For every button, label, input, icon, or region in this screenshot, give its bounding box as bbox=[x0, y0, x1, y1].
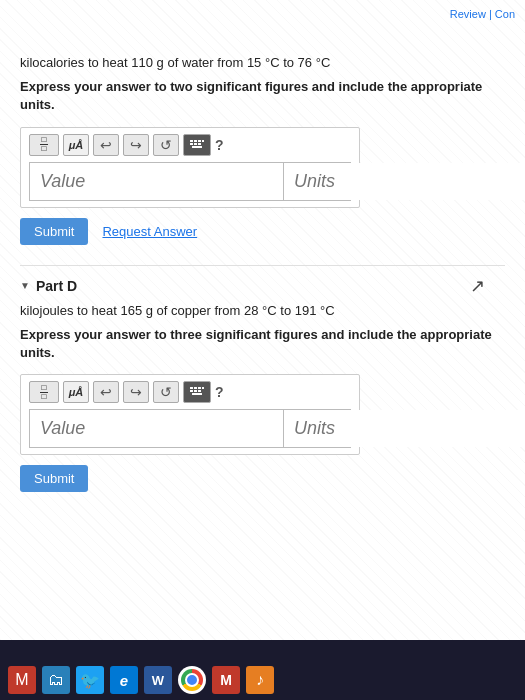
svg-rect-2 bbox=[194, 140, 197, 142]
fraction-button[interactable]: □ □ bbox=[29, 134, 59, 156]
taskbar: M 🗂 🐦 e W M ♪ bbox=[0, 660, 525, 700]
part-d-value-input[interactable] bbox=[30, 410, 283, 447]
taskbar-music-icon[interactable]: ♪ bbox=[246, 666, 274, 694]
taskbar-chrome-icon[interactable] bbox=[178, 666, 206, 694]
part-c-input-row bbox=[29, 162, 351, 201]
svg-rect-5 bbox=[190, 143, 193, 145]
folder-symbol: 🗂 bbox=[48, 671, 64, 689]
svg-rect-11 bbox=[194, 387, 197, 389]
keyboard-button[interactable] bbox=[183, 134, 211, 156]
part-c-question: kilocalories to heat 110 g of water from… bbox=[20, 54, 505, 72]
svg-rect-10 bbox=[190, 387, 193, 389]
submit-button[interactable]: Submit bbox=[20, 218, 88, 245]
part-d-answer-box: □ □ μÅ ↩ ↪ ↺ bbox=[20, 374, 360, 455]
part-d-undo-button[interactable]: ↩ bbox=[93, 381, 119, 403]
part-d-redo-button[interactable]: ↪ bbox=[123, 381, 149, 403]
part-c-answer-box: □ □ μÅ ↩ ↪ ↺ bbox=[20, 127, 360, 208]
taskbar-mcafee-icon[interactable]: M bbox=[8, 666, 36, 694]
taskbar-folder-icon[interactable]: 🗂 bbox=[42, 666, 70, 694]
taskbar-edge-icon[interactable]: e bbox=[110, 666, 138, 694]
part-d-input-row bbox=[29, 409, 351, 448]
part-d-header: ▼ Part D ↗ bbox=[20, 278, 505, 294]
svg-rect-15 bbox=[194, 390, 197, 392]
part-c-instruction: Express your answer to two significant f… bbox=[20, 78, 505, 114]
part-d-fraction-denominator: □ bbox=[40, 393, 49, 401]
refresh-button[interactable]: ↺ bbox=[153, 134, 179, 156]
taskbar-bird-icon[interactable]: 🐦 bbox=[76, 666, 104, 694]
taskbar-mcafee2-icon[interactable]: M bbox=[212, 666, 240, 694]
keyboard-icon bbox=[189, 139, 205, 151]
part-d-instruction: Express your answer to three significant… bbox=[20, 326, 505, 362]
svg-rect-8 bbox=[192, 146, 202, 148]
mu-button[interactable]: μÅ bbox=[63, 134, 89, 156]
svg-rect-4 bbox=[202, 140, 204, 142]
chrome-circle bbox=[181, 669, 203, 691]
svg-rect-7 bbox=[198, 143, 201, 145]
top-bar: Review | Con bbox=[450, 8, 515, 20]
svg-rect-16 bbox=[198, 390, 201, 392]
part-d-keyboard-icon bbox=[189, 386, 205, 398]
svg-rect-14 bbox=[190, 390, 193, 392]
request-answer-button[interactable]: Request Answer bbox=[102, 224, 197, 239]
bird-symbol: 🐦 bbox=[80, 671, 100, 690]
undo-button[interactable]: ↩ bbox=[93, 134, 119, 156]
svg-rect-6 bbox=[194, 143, 197, 145]
part-d-label: Part D bbox=[36, 278, 77, 294]
svg-rect-17 bbox=[192, 393, 202, 395]
part-d-fraction-icon: □ □ bbox=[40, 384, 49, 401]
help-button[interactable]: ? bbox=[215, 137, 224, 153]
part-d-question: kilojoules to heat 165 g of copper from … bbox=[20, 302, 505, 320]
word-letter: W bbox=[152, 673, 164, 688]
cursor-arrow-icon: ↗ bbox=[470, 275, 485, 297]
part-c-units-input[interactable] bbox=[283, 163, 525, 200]
svg-rect-12 bbox=[198, 387, 201, 389]
fraction-denominator: □ bbox=[40, 145, 49, 153]
fraction-icon: □ □ bbox=[40, 136, 49, 153]
part-d-submit-row: Submit bbox=[20, 465, 505, 492]
part-c-toolbar: □ □ μÅ ↩ ↪ ↺ bbox=[29, 134, 351, 156]
part-d-refresh-button[interactable]: ↺ bbox=[153, 381, 179, 403]
svg-rect-13 bbox=[202, 387, 204, 389]
redo-button[interactable]: ↪ bbox=[123, 134, 149, 156]
svg-rect-3 bbox=[198, 140, 201, 142]
svg-rect-1 bbox=[190, 140, 193, 142]
edge-letter: e bbox=[120, 672, 128, 689]
mcafee-letter: M bbox=[15, 671, 28, 689]
part-d-fraction-button[interactable]: □ □ bbox=[29, 381, 59, 403]
review-link[interactable]: Review | Con bbox=[450, 8, 515, 20]
part-d-keyboard-button[interactable] bbox=[183, 381, 211, 403]
collapse-icon[interactable]: ▼ bbox=[20, 280, 30, 291]
taskbar-word-icon[interactable]: W bbox=[144, 666, 172, 694]
mcafee2-letter: M bbox=[220, 672, 232, 688]
music-symbol: ♪ bbox=[256, 671, 264, 689]
part-d-toolbar: □ □ μÅ ↩ ↪ ↺ bbox=[29, 381, 351, 403]
part-d-units-input[interactable] bbox=[283, 410, 525, 447]
part-c-value-input[interactable] bbox=[30, 163, 283, 200]
part-d-submit-button[interactable]: Submit bbox=[20, 465, 88, 492]
part-c-submit-row: Submit Request Answer bbox=[20, 218, 505, 245]
part-d-mu-button[interactable]: μÅ bbox=[63, 381, 89, 403]
part-d-section: ▼ Part D ↗ kilojoules to heat 165 g of c… bbox=[20, 278, 505, 493]
part-d-help-button[interactable]: ? bbox=[215, 384, 224, 400]
divider bbox=[20, 265, 505, 266]
